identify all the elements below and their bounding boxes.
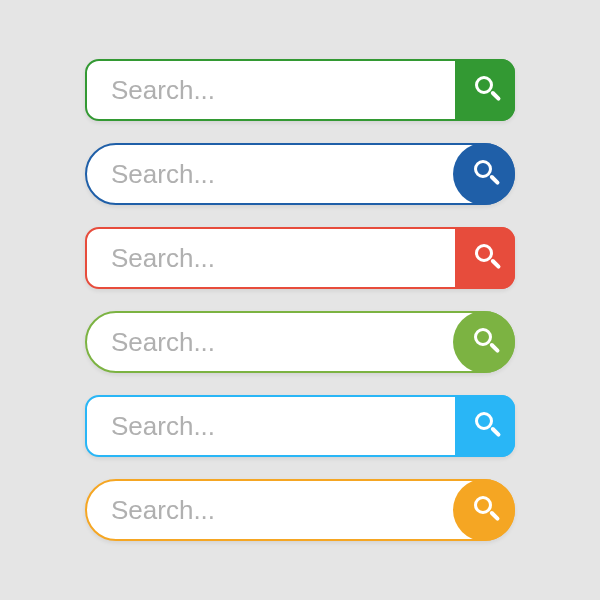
search-input[interactable]	[87, 61, 513, 119]
search-input[interactable]	[87, 145, 513, 203]
search-bar-4	[85, 311, 515, 373]
search-bar-2	[85, 143, 515, 205]
search-icon	[469, 242, 501, 274]
search-button[interactable]	[455, 227, 515, 289]
search-icon	[468, 326, 500, 358]
search-bar-1	[85, 59, 515, 121]
search-button[interactable]	[455, 59, 515, 121]
search-icon	[469, 74, 501, 106]
search-bar-5	[85, 395, 515, 457]
search-icon	[469, 410, 501, 442]
search-button[interactable]	[453, 311, 515, 373]
search-icon	[468, 494, 500, 526]
search-bar-3	[85, 227, 515, 289]
search-input[interactable]	[87, 313, 513, 371]
search-button[interactable]	[455, 395, 515, 457]
search-button[interactable]	[453, 143, 515, 205]
search-input[interactable]	[87, 481, 513, 539]
search-input[interactable]	[87, 229, 513, 287]
search-input[interactable]	[87, 397, 513, 455]
search-bar-6	[85, 479, 515, 541]
search-button[interactable]	[453, 479, 515, 541]
search-icon	[468, 158, 500, 190]
